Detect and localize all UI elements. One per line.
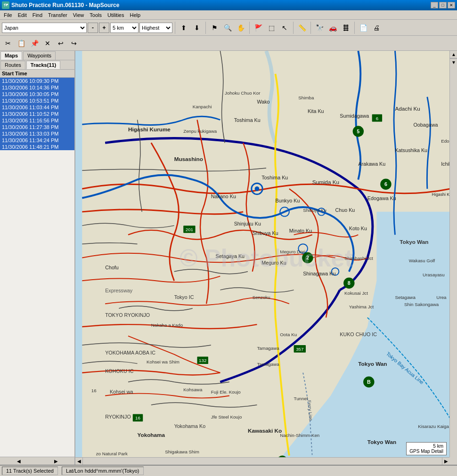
scroll-right-button[interactable]: ▶ [37, 457, 74, 465]
menu-item-file[interactable]: File [1, 11, 15, 19]
binoculars-button[interactable]: 🔭 [313, 22, 326, 34]
svg-text:Kita Ku: Kita Ku [308, 108, 324, 114]
paste-button[interactable]: 📌 [28, 37, 41, 49]
tab-maps[interactable]: Maps [0, 51, 22, 60]
menu-item-utilities[interactable]: Utilities [105, 11, 127, 19]
track-row[interactable]: 11/30/2006 11:16:56 PM [0, 117, 74, 124]
close-button[interactable]: ✕ [448, 2, 455, 8]
status-bar: 11 Track(s) Selected Lat/Lon hddd°mm.mmm… [0, 465, 457, 476]
window-title: Shuto Practice Run.061130 - MapSource [11, 2, 119, 8]
svg-text:6: 6 [376, 115, 378, 121]
track-row[interactable]: 11/30/2006 10:09:30 PM [0, 78, 74, 84]
main-area: Maps Waypoints Routes Tracks(11) Start T… [0, 51, 457, 465]
tab-waypoints[interactable]: Waypoints [23, 51, 56, 60]
separator5 [310, 22, 311, 34]
svg-text:Musashino: Musashino [174, 156, 203, 162]
scroll-corner [449, 457, 457, 465]
svg-text:Urasayasu: Urasayasu [423, 272, 445, 277]
coordinates-status: Lat/Lon hddd°mm.mmm'(Tokyo) [62, 467, 144, 475]
svg-text:Yokohama Ko: Yokohama Ko [174, 423, 205, 429]
track-row[interactable]: 11/30/2006 10:14:36 PM [0, 84, 74, 91]
svg-text:Kohsei wa: Kohsei wa [110, 389, 133, 395]
map-hscroll[interactable]: ◀ ▶ [75, 457, 449, 465]
svg-text:132: 132 [199, 358, 206, 363]
cut-button[interactable]: ✂ [2, 37, 14, 49]
track-list[interactable]: 11/30/2006 10:09:30 PM11/30/2006 10:14:3… [0, 78, 74, 457]
menu-bar: FileEditFindTransferViewToolsUtilitiesHe… [0, 10, 457, 20]
track-row[interactable]: 11/30/2006 10:30:05 PM [0, 91, 74, 97]
menu-item-tools[interactable]: Tools [87, 11, 105, 19]
map-container[interactable]: Tokyo Bay Acua Line Ferry Line 5 6 2 8 [75, 51, 457, 465]
tabs-row2: Routes Tracks(11) [0, 60, 74, 70]
flag-button[interactable]: 🚩 [252, 22, 264, 34]
menu-item-transfer[interactable]: Transfer [45, 11, 70, 19]
track-row[interactable]: 11/30/2006 11:03:44 PM [0, 104, 74, 111]
new-waypoint-button[interactable]: ⚑ [208, 22, 220, 34]
detail-level-select[interactable]: Highest High Medium Low [139, 23, 172, 33]
toolbar2: ✂ 📋 📌 ✕ ↩ ↪ [0, 36, 457, 51]
map-vscroll[interactable]: ▲ ▼ [449, 51, 457, 457]
svg-text:5: 5 [357, 129, 359, 134]
track-button[interactable]: 🛤 [340, 22, 352, 34]
svg-text:Wako: Wako [257, 99, 269, 105]
page-button[interactable]: 📄 [357, 22, 369, 34]
map-region-select[interactable]: Japan [2, 23, 87, 33]
svg-text:Shin Sakongawa: Shin Sakongawa [404, 302, 439, 307]
print-button[interactable]: 🖨 [370, 22, 383, 34]
track-row[interactable]: 11/30/2006 11:33:03 PM [0, 130, 74, 137]
svg-text:Oobagawa: Oobagawa [414, 122, 438, 128]
svg-text:Kohsei wa Shim: Kohsei wa Shim [147, 359, 180, 364]
svg-text:Zenpu kukigawa: Zenpu kukigawa [183, 129, 217, 134]
menu-item-view[interactable]: View [70, 11, 87, 19]
svg-text:Tokyo Wan: Tokyo Wan [358, 361, 387, 367]
minimize-button[interactable]: _ [431, 2, 438, 8]
scale-label: 5 km [409, 444, 443, 449]
tab-tracks[interactable]: Tracks(11) [26, 61, 60, 69]
redo-button[interactable]: ↪ [68, 37, 80, 49]
measure-button[interactable]: 📏 [296, 22, 308, 34]
track-row[interactable]: 11/30/2006 11:27:38 PM [0, 124, 74, 130]
menu-item-help[interactable]: Help [127, 11, 143, 19]
svg-text:Yashima Jct: Yashima Jct [349, 304, 374, 309]
svg-text:Shinagawa Ku: Shinagawa Ku [303, 271, 335, 276]
maximize-button[interactable]: □ [439, 2, 447, 8]
menu-item-find[interactable]: Find [30, 11, 45, 19]
delete-button[interactable]: ✕ [41, 37, 54, 49]
svg-text:Tamagawa: Tamagawa [257, 362, 279, 367]
copy-button[interactable]: 📋 [15, 37, 27, 49]
svg-text:357: 357 [296, 347, 303, 352]
transfer-to-device-button[interactable]: ⬆ [178, 22, 190, 34]
track-row[interactable]: 11/30/2006 11:48:21 PM [0, 144, 74, 150]
svg-text:B: B [367, 379, 371, 385]
svg-text:YOKOHAMA AOBA IC: YOKOHAMA AOBA IC [105, 350, 155, 355]
svg-text:Meguro Dori: Meguro Dori [280, 249, 305, 254]
svg-text:Wakasu Golf: Wakasu Golf [409, 258, 435, 263]
undo-button[interactable]: ↩ [55, 37, 67, 49]
find-button[interactable]: 🔍 [221, 22, 234, 34]
svg-text:Jfe Steel Koujo: Jfe Steel Koujo [211, 414, 242, 420]
tab-routes[interactable]: Routes [0, 61, 25, 69]
separator1 [175, 22, 175, 34]
menu-item-edit[interactable]: Edit [15, 11, 30, 19]
svg-text:Chuo Ku: Chuo Ku [335, 207, 355, 213]
svg-text:Shibuya Ku: Shibuya Ku [253, 230, 278, 236]
svg-text:Nachin-Shimm Ken: Nachin-Shimm Ken [280, 433, 319, 438]
select-button[interactable]: ⬚ [265, 22, 277, 34]
track-row[interactable]: 11/30/2006 11:10:52 PM [0, 111, 74, 117]
car-button[interactable]: 🚗 [326, 22, 339, 34]
zoom-level-select[interactable]: 5 km 2 km 10 km [110, 23, 139, 33]
track-row[interactable]: 11/30/2006 10:53:51 PM [0, 97, 74, 104]
svg-text:Kawasaki Ko: Kawasaki Ko [248, 428, 282, 434]
receive-from-device-button[interactable]: ⬇ [191, 22, 203, 34]
svg-text:Toshima Ku: Toshima Ku [261, 175, 288, 180]
zoom-out-button[interactable]: - [88, 23, 98, 33]
pointer-button[interactable]: ↖ [278, 22, 291, 34]
scroll-left-button[interactable]: ◀ [0, 457, 37, 465]
zoom-in-button[interactable]: + [99, 23, 109, 33]
detail-label: GPS Map Detail [409, 449, 443, 454]
svg-text:RYOKINJO: RYOKINJO [105, 414, 131, 420]
track-count-status: 11 Track(s) Selected [2, 467, 58, 475]
pan-tool-button[interactable]: ✋ [235, 22, 247, 34]
svg-text:Kanpachi: Kanpachi [193, 104, 212, 109]
track-row[interactable]: 11/30/2006 11:34:24 PM [0, 137, 74, 144]
